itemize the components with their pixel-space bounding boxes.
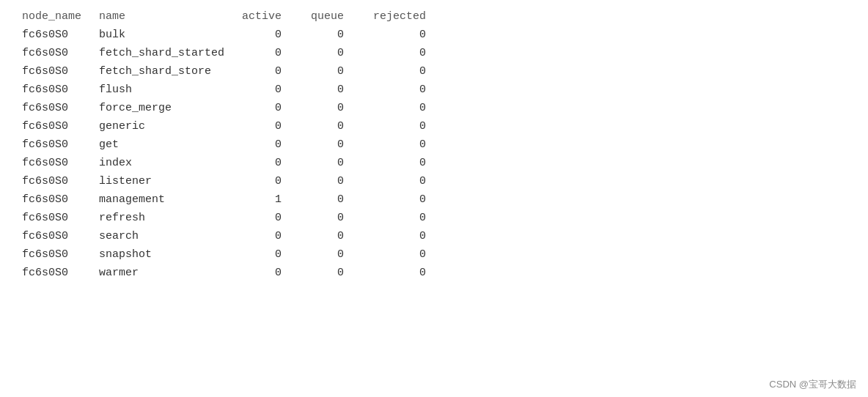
cell-active: 0 [242,26,311,44]
cell-name: get [99,136,242,154]
cell-queue: 0 [311,154,373,172]
watermark-label: CSDN @宝哥大数据 [769,378,856,391]
cell-rejected: 0 [373,81,455,99]
table-row: fc6s0S0warmer000 [22,264,455,282]
cell-rejected: 0 [373,190,455,209]
table-row: fc6s0S0refresh000 [22,209,455,227]
col-header-queue: queue [311,7,373,26]
cell-node-name: fc6s0S0 [22,81,99,99]
cell-node-name: fc6s0S0 [22,136,99,154]
cell-node-name: fc6s0S0 [22,62,99,81]
cell-name: force_merge [99,99,242,117]
cell-queue: 0 [311,62,373,81]
cell-name: refresh [99,209,242,227]
cell-queue: 0 [311,209,373,227]
cell-node-name: fc6s0S0 [22,172,99,190]
cell-active: 0 [242,117,311,136]
cell-active: 0 [242,209,311,227]
cell-name: index [99,154,242,172]
cell-rejected: 0 [373,44,455,62]
table-row: fc6s0S0listener000 [22,172,455,190]
cell-queue: 0 [311,245,373,264]
cell-queue: 0 [311,264,373,282]
cell-node-name: fc6s0S0 [22,44,99,62]
cell-name: generic [99,117,242,136]
cell-node-name: fc6s0S0 [22,99,99,117]
table-row: fc6s0S0flush000 [22,81,455,99]
cell-queue: 0 [311,99,373,117]
cell-active: 0 [242,81,311,99]
cell-name: listener [99,172,242,190]
cell-rejected: 0 [373,117,455,136]
cell-node-name: fc6s0S0 [22,209,99,227]
cell-name: warmer [99,264,242,282]
col-header-name: name [99,7,242,26]
cell-active: 0 [242,172,311,190]
cell-rejected: 0 [373,245,455,264]
cell-active: 0 [242,264,311,282]
cell-queue: 0 [311,44,373,62]
table-row: fc6s0S0generic000 [22,117,455,136]
table-row: fc6s0S0fetch_shard_store000 [22,62,455,81]
cell-node-name: fc6s0S0 [22,227,99,245]
table-row: fc6s0S0get000 [22,136,455,154]
cell-rejected: 0 [373,99,455,117]
col-header-rejected: rejected [373,7,455,26]
cell-name: management [99,190,242,209]
cell-rejected: 0 [373,227,455,245]
cell-active: 0 [242,44,311,62]
cell-node-name: fc6s0S0 [22,117,99,136]
cell-rejected: 0 [373,136,455,154]
col-header-node-name: node_name [22,7,99,26]
cell-queue: 0 [311,81,373,99]
cell-name: fetch_shard_started [99,44,242,62]
cell-queue: 0 [311,117,373,136]
cell-node-name: fc6s0S0 [22,264,99,282]
cell-queue: 0 [311,136,373,154]
cell-rejected: 0 [373,62,455,81]
table-row: fc6s0S0index000 [22,154,455,172]
cell-active: 0 [242,154,311,172]
data-table: node_name name active queue rejected fc6… [22,7,868,282]
table-row: fc6s0S0search000 [22,227,455,245]
table-row: fc6s0S0snapshot000 [22,245,455,264]
cell-queue: 0 [311,26,373,44]
cell-rejected: 0 [373,154,455,172]
cell-rejected: 0 [373,172,455,190]
cell-active: 0 [242,62,311,81]
cell-name: snapshot [99,245,242,264]
cell-queue: 0 [311,172,373,190]
cell-node-name: fc6s0S0 [22,245,99,264]
cell-queue: 0 [311,227,373,245]
table-row: fc6s0S0management100 [22,190,455,209]
cell-rejected: 0 [373,209,455,227]
cell-queue: 0 [311,190,373,209]
cell-active: 1 [242,190,311,209]
table-row: fc6s0S0bulk000 [22,26,455,44]
cell-active: 0 [242,227,311,245]
col-header-active: active [242,7,311,26]
cell-rejected: 0 [373,264,455,282]
cell-node-name: fc6s0S0 [22,26,99,44]
table-row: fc6s0S0fetch_shard_started000 [22,44,455,62]
table-row: fc6s0S0force_merge000 [22,99,455,117]
cell-active: 0 [242,245,311,264]
cell-rejected: 0 [373,26,455,44]
cell-name: flush [99,81,242,99]
cell-name: fetch_shard_store [99,62,242,81]
cell-node-name: fc6s0S0 [22,154,99,172]
cell-name: bulk [99,26,242,44]
cell-active: 0 [242,99,311,117]
cell-active: 0 [242,136,311,154]
cell-name: search [99,227,242,245]
cell-node-name: fc6s0S0 [22,190,99,209]
